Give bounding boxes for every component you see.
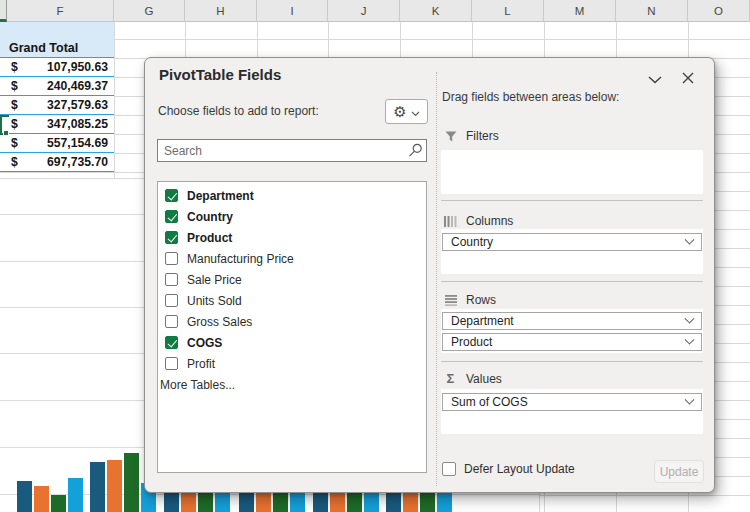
column-header-row: FGHIJKLMNO <box>0 0 750 22</box>
tools-button[interactable]: ⚙ <box>385 99 428 124</box>
checkbox-checked[interactable] <box>165 210 178 223</box>
checkbox[interactable] <box>165 294 178 307</box>
search-input[interactable] <box>158 144 404 158</box>
column-header-K[interactable]: K <box>400 0 472 22</box>
cell-value: 327,579.63 <box>47 98 114 112</box>
sigma-icon: Σ <box>444 371 457 386</box>
field-chip-sum-of-cogs[interactable]: Sum of COGS <box>442 393 702 411</box>
currency-symbol: $ <box>0 155 18 169</box>
more-tables-link[interactable]: More Tables... <box>158 374 426 395</box>
field-item-country[interactable]: Country <box>158 206 426 227</box>
pane-divider[interactable] <box>436 72 437 486</box>
field-label: Country <box>187 210 233 224</box>
column-header-O[interactable]: O <box>688 0 750 22</box>
chevron-down-icon <box>685 234 695 244</box>
field-chip-department[interactable]: Department <box>442 312 702 330</box>
field-item-product[interactable]: Product <box>158 227 426 248</box>
field-list: DepartmentCountryProductManufacturing Pr… <box>157 181 427 473</box>
rows-icon <box>444 295 457 306</box>
column-header-selected-sliver[interactable] <box>0 0 7 22</box>
drop-areas-column: Drag fields between areas below: Filters… <box>442 58 703 494</box>
columns-well[interactable]: Country <box>441 229 703 274</box>
checkbox[interactable] <box>165 315 178 328</box>
search-icon[interactable] <box>404 143 426 158</box>
field-item-department[interactable]: Department <box>158 185 426 206</box>
chart-bar-orange <box>34 486 49 512</box>
currency-symbol: $ <box>0 79 18 93</box>
column-header-F[interactable]: F <box>7 0 114 22</box>
field-item-cogs[interactable]: COGS <box>158 332 426 353</box>
grand-total-label: Grand Total <box>0 41 78 55</box>
chevron-down-icon <box>685 394 695 404</box>
filters-well[interactable] <box>441 150 703 194</box>
field-item-sale-price[interactable]: Sale Price <box>158 269 426 290</box>
drag-fields-label: Drag fields between areas below: <box>442 90 619 104</box>
checkbox-checked[interactable] <box>165 336 178 349</box>
currency-symbol: $ <box>0 136 18 150</box>
column-header-H[interactable]: H <box>185 0 257 22</box>
table-row[interactable]: $240,469.37 <box>0 77 114 96</box>
excel-window: FGHIJKLMNO Grand Total $107,950.63$240,4… <box>0 0 750 512</box>
chevron-down-icon <box>685 334 695 344</box>
field-item-gross-sales[interactable]: Gross Sales <box>158 311 426 332</box>
field-chip-country[interactable]: Country <box>442 233 702 251</box>
chart-bar-darkblue <box>17 481 32 512</box>
field-item-units-sold[interactable]: Units Sold <box>158 290 426 311</box>
currency-symbol: $ <box>0 60 18 74</box>
checkbox[interactable] <box>165 273 178 286</box>
choose-fields-label: Choose fields to add to report: <box>158 104 319 118</box>
field-item-profit[interactable]: Profit <box>158 353 426 374</box>
field-label: Profit <box>187 357 215 371</box>
column-header-M[interactable]: M <box>544 0 616 22</box>
table-row[interactable]: $557,154.69 <box>0 134 114 153</box>
table-row[interactable]: $347,085.25 <box>0 115 114 134</box>
column-header-L[interactable]: L <box>472 0 544 22</box>
update-button[interactable]: Update <box>654 460 704 483</box>
chart-bar-green <box>51 495 66 512</box>
rows-well[interactable]: DepartmentProduct <box>441 309 703 353</box>
checkbox[interactable] <box>165 357 178 370</box>
area-divider <box>441 361 703 362</box>
pane-title: PivotTable Fields <box>159 66 281 83</box>
grand-total-header-cell[interactable]: Grand Total <box>0 39 114 58</box>
filters-area-header: Filters <box>444 129 499 143</box>
column-header-I[interactable]: I <box>257 0 328 22</box>
field-label: Manufacturing Price <box>187 252 294 266</box>
gear-icon: ⚙ <box>393 104 406 119</box>
field-item-manufacturing-price[interactable]: Manufacturing Price <box>158 248 426 269</box>
chart-bar-darkblue <box>90 462 105 512</box>
chart-bar-orange <box>107 460 122 512</box>
column-header-G[interactable]: G <box>114 0 185 22</box>
columns-icon <box>444 216 457 227</box>
cell-value: 347,085.25 <box>47 117 114 131</box>
values-area-header: Σ Values <box>444 371 502 386</box>
chip-label: Product <box>451 335 492 349</box>
values-well[interactable]: Sum of COGS <box>441 389 703 434</box>
defer-layout-row: Defer Layout Update <box>442 462 575 476</box>
grand-total-table[interactable]: Grand Total $107,950.63$240,469.37$327,5… <box>0 22 114 172</box>
field-label: Product <box>187 231 232 245</box>
checkbox-checked[interactable] <box>165 189 178 202</box>
rows-area-header: Rows <box>444 293 496 307</box>
defer-layout-checkbox[interactable] <box>442 462 456 476</box>
cell-value: 557,154.69 <box>47 136 114 150</box>
field-chip-product[interactable]: Product <box>442 333 702 351</box>
checkbox-checked[interactable] <box>165 231 178 244</box>
chevron-down-icon <box>411 103 420 121</box>
search-box <box>157 139 427 162</box>
chart-bar-green <box>124 453 139 512</box>
currency-symbol: $ <box>0 117 18 131</box>
fill-handle[interactable] <box>3 130 9 136</box>
filters-label: Filters <box>466 129 499 143</box>
chip-label: Country <box>451 235 493 249</box>
column-header-J[interactable]: J <box>328 0 400 22</box>
table-row[interactable]: $327,579.63 <box>0 96 114 115</box>
defer-layout-label: Defer Layout Update <box>464 462 575 476</box>
table-row[interactable]: $107,950.63 <box>0 58 114 77</box>
table-header-band <box>0 22 114 39</box>
chevron-down-icon <box>685 313 695 323</box>
field-label: Gross Sales <box>187 315 252 329</box>
table-row[interactable]: $697,735.70 <box>0 153 114 172</box>
column-header-N[interactable]: N <box>616 0 688 22</box>
checkbox[interactable] <box>165 252 178 265</box>
